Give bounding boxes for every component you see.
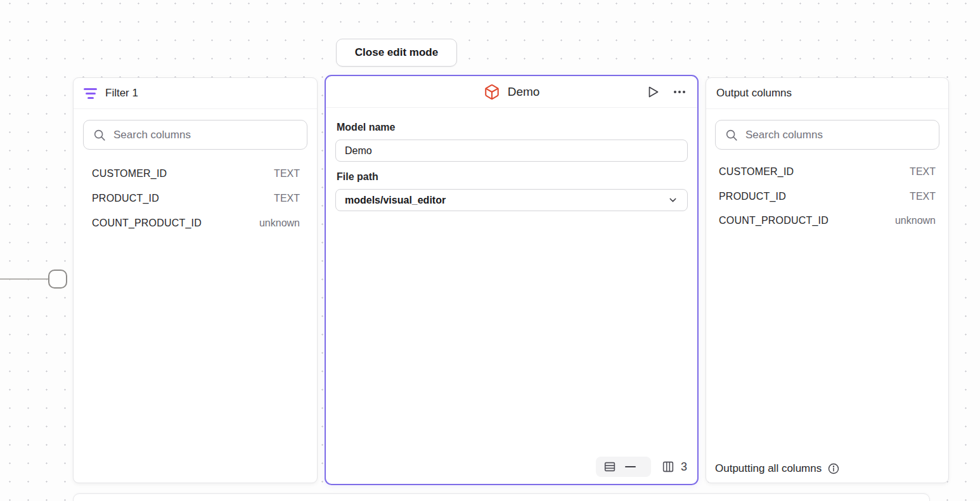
column-name: PRODUCT_ID	[719, 191, 786, 202]
search-icon	[93, 128, 106, 142]
minus-icon	[625, 466, 636, 467]
filter-search-input[interactable]	[113, 129, 298, 141]
connector-edge	[0, 278, 49, 280]
info-icon[interactable]	[827, 462, 840, 475]
column-row[interactable]: CUSTOMER_ID TEXT	[74, 161, 317, 186]
rows-icon	[603, 460, 617, 474]
filter-lines-icon	[84, 88, 97, 99]
filter-search-box[interactable]	[83, 120, 307, 150]
filter-column-list: CUSTOMER_ID TEXT PRODUCT_ID TEXT COUNT_P…	[74, 156, 317, 235]
column-row[interactable]: PRODUCT_ID TEXT	[74, 186, 317, 211]
filter-panel-title: Filter 1	[105, 87, 138, 100]
file-path-label: File path	[337, 171, 687, 183]
column-count-value: 3	[681, 460, 687, 474]
column-type: TEXT	[910, 166, 936, 178]
column-name: CUSTOMER_ID	[92, 168, 167, 179]
column-name: CUSTOMER_ID	[719, 166, 794, 178]
output-search-input[interactable]	[745, 129, 930, 141]
file-path-value: models/visual_editor	[345, 195, 446, 206]
column-type: TEXT	[274, 168, 300, 179]
chevron-down-icon	[667, 195, 678, 205]
column-name: COUNT_PRODUCT_ID	[719, 215, 828, 226]
close-edit-mode-button[interactable]: Close edit mode	[336, 39, 457, 67]
output-columns-panel: Output columns CUSTOMER_ID TEXT PRODUCT_…	[706, 77, 949, 483]
model-node-panel: Demo Model name File path m	[325, 75, 699, 485]
row-limit-toggle[interactable]	[596, 457, 651, 477]
connector-handle[interactable]	[48, 270, 67, 289]
bottom-results-panel[interactable]	[73, 493, 930, 501]
column-type: unknown	[259, 218, 300, 229]
column-name: COUNT_PRODUCT_ID	[92, 218, 202, 229]
play-icon	[645, 84, 661, 100]
columns-icon	[661, 460, 675, 474]
model-name-label: Model name	[337, 122, 687, 133]
editor-canvas: Close edit mode Filter 1 CUSTOMER_ID TEX…	[0, 0, 980, 501]
column-row[interactable]: COUNT_PRODUCT_ID unknown	[74, 211, 317, 235]
column-type: TEXT	[910, 191, 936, 202]
output-footer: Outputting all columns	[706, 455, 948, 483]
column-name: PRODUCT_ID	[92, 193, 159, 204]
more-options-button[interactable]	[671, 83, 688, 101]
output-panel-title: Output columns	[716, 87, 792, 100]
column-row[interactable]: CUSTOMER_ID TEXT	[706, 160, 948, 185]
model-name-input[interactable]	[335, 140, 688, 162]
column-row[interactable]: COUNT_PRODUCT_ID unknown	[706, 209, 948, 233]
filter-panel-header: Filter 1	[74, 78, 317, 109]
cube-icon	[484, 84, 500, 100]
file-path-select[interactable]: models/visual_editor	[335, 189, 688, 211]
output-column-list: CUSTOMER_ID TEXT PRODUCT_ID TEXT COUNT_P…	[706, 155, 948, 233]
column-type: unknown	[895, 215, 936, 226]
output-footer-text: Outputting all columns	[715, 462, 822, 475]
column-type: TEXT	[274, 193, 300, 204]
model-panel-title: Demo	[508, 85, 540, 99]
run-model-button[interactable]	[644, 83, 662, 101]
output-panel-header: Output columns	[706, 78, 948, 109]
column-row[interactable]: PRODUCT_ID TEXT	[706, 185, 948, 209]
search-icon	[725, 128, 738, 142]
column-count-indicator[interactable]: 3	[661, 460, 687, 474]
model-panel-header: Demo	[326, 76, 697, 108]
output-search-box[interactable]	[715, 120, 939, 150]
filter-node-panel: Filter 1 CUSTOMER_ID TEXT PRODUCT_ID TEX…	[73, 77, 318, 483]
ellipsis-icon	[672, 84, 687, 100]
